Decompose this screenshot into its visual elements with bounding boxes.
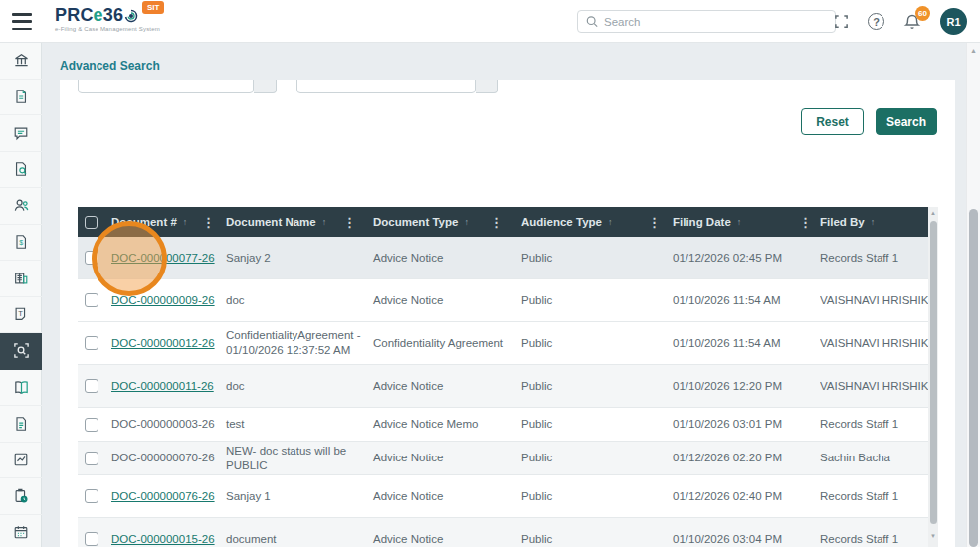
doc-number-link[interactable]: DOC-000000011-26: [111, 379, 214, 394]
sort-arrow-icon[interactable]: ↑: [464, 217, 469, 227]
document-type-cell: Advice Notice: [370, 279, 517, 321]
table-row[interactable]: DOC-000000015-26 document Advice Notice …: [78, 518, 928, 547]
filing-date-cell: 01/10/2026 03:01 PM: [669, 408, 820, 441]
doc-number-link[interactable]: DOC-000000015-26: [111, 532, 215, 547]
sort-arrow-icon[interactable]: ↑: [608, 217, 613, 227]
column-menu-icon[interactable]: ⋮: [648, 215, 661, 230]
filed-by-cell: Records Staff 1: [820, 518, 928, 547]
row-checkbox[interactable]: [85, 336, 98, 350]
sort-arrow-icon[interactable]: ↑: [871, 217, 876, 227]
filed-by-cell: VAISHNAVI HRISHIKE: [820, 365, 928, 407]
document-name-cell: NEW- doc status will be PUBLIC: [223, 442, 370, 474]
scroll-up-icon[interactable]: ▲: [967, 47, 980, 54]
row-checkbox[interactable]: [85, 251, 98, 265]
sidebar-item-document-icon[interactable]: [0, 80, 42, 116]
sidebar-item-calendar-icon[interactable]: [0, 515, 42, 547]
breadcrumb[interactable]: Advanced Search: [60, 59, 160, 73]
table-scrollbar[interactable]: ▲ ▼: [928, 207, 938, 547]
table-body: DOC-000000077-26 Sanjay 2 Advice Notice …: [78, 237, 938, 547]
top-header: PRCe36 e-Filing & Case Management System…: [0, 0, 980, 43]
table-row[interactable]: DOC-000000077-26 Sanjay 2 Advice Notice …: [78, 237, 928, 279]
sidebar-item-book-icon[interactable]: [0, 370, 42, 407]
table-row[interactable]: DOC-000000012-26 ConfidentialityAgreemen…: [78, 322, 928, 365]
fullscreen-icon[interactable]: [834, 14, 849, 29]
column-menu-icon[interactable]: ⋮: [490, 215, 503, 230]
column-header-document-number[interactable]: Document #↑ ⋮: [111, 207, 223, 237]
filed-by-cell: VAISHNAVI HRISHIKE: [820, 322, 928, 364]
row-checkbox[interactable]: [85, 489, 98, 503]
app-logo: PRCe36 e-Filing & Case Management System…: [55, 5, 160, 32]
notifications-bell-icon[interactable]: 60: [903, 13, 921, 31]
sidebar-item-file-t-icon[interactable]: T: [0, 297, 42, 334]
document-name-cell: Sanjay 1: [223, 475, 370, 517]
column-menu-icon[interactable]: ⋮: [799, 215, 812, 230]
sort-arrow-icon[interactable]: ↑: [322, 217, 327, 227]
filter-input-1-picker-button[interactable]: [254, 80, 277, 93]
filter-input-2-picker-button[interactable]: [476, 80, 498, 93]
row-checkbox[interactable]: [85, 379, 98, 393]
sidebar-item-file-search-icon[interactable]: [0, 152, 42, 189]
global-search[interactable]: [577, 10, 836, 33]
filing-date-cell: 01/10/2026 11:54 AM: [669, 279, 820, 321]
audience-type-cell: Public: [517, 365, 669, 407]
filing-date-cell: 01/10/2026 03:04 PM: [669, 518, 820, 547]
document-type-cell: Confidentiality Agreement: [370, 322, 517, 364]
table-row[interactable]: DOC-000000003-26 test Advice Notice Memo…: [78, 408, 928, 442]
row-checkbox[interactable]: [85, 293, 98, 307]
search-button[interactable]: Search: [876, 108, 937, 135]
doc-number-link[interactable]: DOC-000000009-26: [111, 293, 215, 308]
sidebar-item-bank-icon[interactable]: [0, 43, 42, 80]
row-checkbox[interactable]: [85, 452, 98, 465]
sidebar-item-advanced-search-icon[interactable]: [0, 333, 42, 370]
select-all-checkbox[interactable]: [85, 216, 98, 229]
sidebar-item-file-lines-icon[interactable]: [0, 406, 42, 443]
doc-number-link[interactable]: DOC-000000076-26: [111, 489, 215, 504]
column-header-document-name[interactable]: Document Name↑ ⋮: [223, 207, 370, 237]
search-icon: [586, 15, 598, 28]
sidebar-item-chat-icon[interactable]: [0, 115, 42, 152]
user-avatar[interactable]: R1: [940, 8, 967, 35]
sidebar-item-building-icon[interactable]: [0, 261, 42, 297]
sidebar-item-file-dollar-icon[interactable]: $: [0, 225, 42, 262]
column-header-filing-date[interactable]: Filing Date↑ ⋮: [669, 207, 820, 237]
document-type-cell: Advice Notice: [370, 518, 517, 547]
doc-number-link: DOC-000000003-26: [111, 417, 215, 432]
table-scrollbar-thumb[interactable]: [930, 221, 937, 524]
logo-text-prc: PRC: [55, 5, 94, 26]
table-row[interactable]: DOC-000000070-26 NEW- doc status will be…: [78, 442, 928, 475]
column-header-audience-type[interactable]: Audience Type↑ ⋮: [517, 207, 669, 237]
logo-text-36: 36: [103, 5, 123, 26]
table-row[interactable]: DOC-000000009-26 doc Advice Notice Publi…: [78, 279, 928, 322]
column-menu-icon[interactable]: ⋮: [343, 215, 356, 230]
help-icon[interactable]: ?: [868, 13, 884, 30]
filter-input-1[interactable]: [78, 80, 254, 93]
hamburger-menu-icon[interactable]: [12, 13, 32, 30]
table-row[interactable]: DOC-000000011-26 doc Advice Notice Publi…: [78, 365, 928, 408]
sidebar-item-users-icon[interactable]: [0, 188, 42, 225]
sort-arrow-icon[interactable]: ↑: [183, 217, 188, 227]
page-scrollbar[interactable]: ▲: [966, 43, 980, 547]
sidebar-item-chart-icon[interactable]: [0, 443, 42, 479]
filed-by-cell: Records Staff 1: [820, 237, 928, 278]
scroll-up-icon[interactable]: ▲: [928, 210, 938, 216]
doc-number-link[interactable]: DOC-000000012-26: [111, 336, 215, 351]
page-scrollbar-thumb[interactable]: [969, 209, 978, 547]
document-type-cell: Advice Notice: [370, 475, 517, 517]
doc-number-link[interactable]: DOC-000000077-26: [111, 251, 215, 266]
reset-button[interactable]: Reset: [801, 108, 864, 135]
sidebar-item-clipboard-clock-icon[interactable]: [0, 478, 42, 515]
column-header-filed-by[interactable]: Filed By↑: [820, 207, 928, 237]
column-menu-icon[interactable]: ⋮: [202, 215, 215, 230]
search-input[interactable]: [604, 16, 827, 28]
column-header-document-type[interactable]: Document Type↑ ⋮: [370, 207, 517, 237]
svg-text:T: T: [18, 309, 23, 318]
document-name-cell: test: [223, 408, 370, 441]
document-type-cell: Advice Notice Memo: [370, 408, 517, 441]
sidebar: $ T: [0, 43, 42, 547]
sort-arrow-icon[interactable]: ↑: [737, 217, 742, 227]
table-row[interactable]: DOC-000000076-26 Sanjay 1 Advice Notice …: [78, 475, 928, 518]
row-checkbox[interactable]: [85, 532, 98, 546]
scroll-down-icon[interactable]: ▼: [928, 533, 938, 539]
filter-input-2[interactable]: [296, 80, 476, 93]
row-checkbox[interactable]: [85, 418, 98, 432]
